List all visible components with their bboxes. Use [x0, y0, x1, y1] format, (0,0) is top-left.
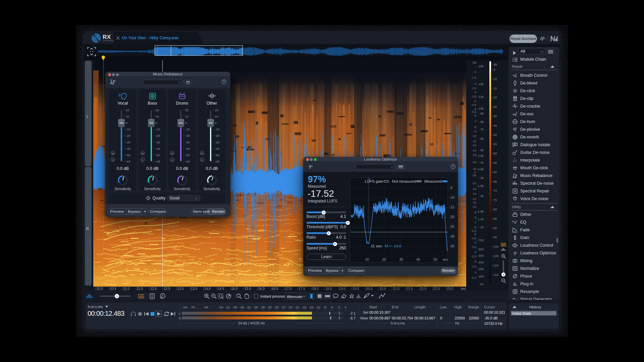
svg-text:ss: ss	[513, 112, 516, 116]
